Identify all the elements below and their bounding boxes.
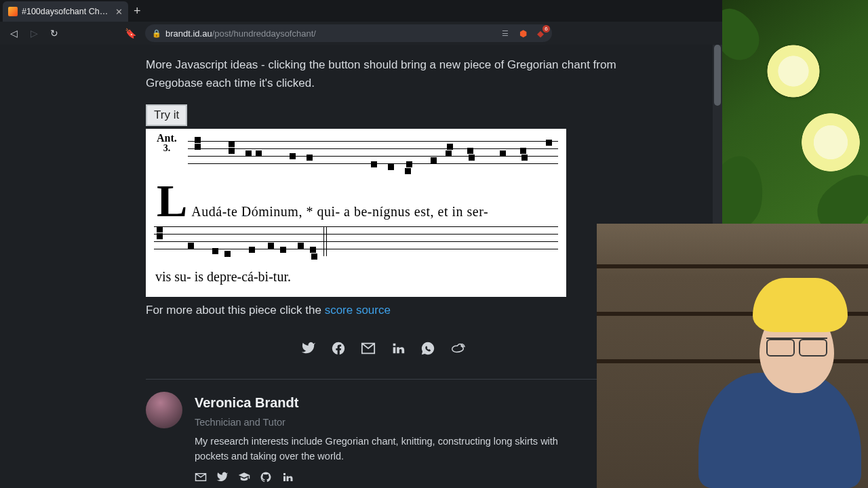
share-whatsapp-icon[interactable]: [420, 339, 435, 363]
lock-icon: 🔒: [152, 29, 161, 38]
author-graduation-icon[interactable]: [238, 470, 250, 488]
antiphon-label: Ant. 3.: [157, 133, 177, 153]
tab-close-icon[interactable]: ✕: [115, 7, 123, 17]
brave-shield-icon[interactable]: ⬢: [518, 28, 528, 38]
author-avatar: [146, 392, 182, 428]
chant-lyric-line-2: vis su- is depre-cá-bi-tur.: [155, 266, 558, 287]
author-name: Veronica Brandt: [195, 392, 574, 413]
chant-score: Ant. 3.: [146, 129, 566, 297]
browser-tab[interactable]: #100daysofchant Challeng ✕: [3, 1, 128, 22]
url-bar[interactable]: 🔒 brandt.id.au/post/hundreddaysofchant/ …: [145, 24, 552, 42]
share-twitter-icon[interactable]: [301, 339, 316, 363]
chant-lyric-line-1: L Audá-te Dóminum, * qui- a be-nígnus es…: [154, 187, 558, 222]
author-bio: My research interests include Gregorian …: [195, 434, 574, 464]
overlay-webcam-feed: [597, 224, 868, 488]
dropcap: L: [157, 187, 187, 215]
scrollbar-thumb[interactable]: [714, 45, 721, 106]
author-github-icon[interactable]: [260, 470, 272, 488]
url-host: brandt.id.au: [165, 28, 212, 39]
new-tab-button[interactable]: +: [134, 4, 141, 18]
score-source-link[interactable]: score source: [325, 304, 391, 317]
score-source-line: For more about this piece click the scor…: [146, 301, 620, 319]
webcam-person: [685, 298, 861, 488]
author-email-icon[interactable]: [195, 470, 207, 488]
share-linkedin-icon[interactable]: [391, 339, 406, 363]
author-role: Technician and Tutor: [195, 415, 574, 430]
nav-reload-button[interactable]: ↻: [45, 24, 64, 43]
author-twitter-icon[interactable]: [216, 470, 229, 488]
nav-forward-button[interactable]: ▷: [24, 24, 43, 43]
overlay-flowers-image: [722, 0, 868, 224]
tracker-count-icon[interactable]: ◆: [536, 28, 545, 38]
share-weibo-icon[interactable]: [450, 339, 465, 363]
author-social-links: [195, 470, 574, 488]
intro-paragraph: More Javascript ideas - clicking the but…: [146, 56, 620, 92]
tab-title: #100daysofchant Challeng: [22, 7, 110, 16]
tab-favicon-icon: [8, 7, 18, 16]
nav-back-button[interactable]: ◁: [4, 24, 23, 43]
section-divider: [146, 379, 620, 380]
tab-strip: #100daysofchant Challeng ✕ +: [0, 0, 141, 22]
try-it-button[interactable]: Try it: [146, 104, 187, 126]
reader-mode-icon[interactable]: ☰: [500, 28, 510, 38]
share-facebook-icon[interactable]: [331, 339, 346, 363]
article-content: More Javascript ideas - clicking the but…: [146, 45, 620, 488]
author-linkedin-icon[interactable]: [281, 470, 294, 488]
share-icon-row: [146, 339, 620, 363]
author-card: Veronica Brandt Technician and Tutor My …: [146, 392, 620, 488]
share-email-icon[interactable]: [361, 339, 376, 363]
url-path: /post/hundreddaysofchant/: [212, 28, 316, 39]
bookmark-icon[interactable]: 🔖: [121, 24, 140, 43]
